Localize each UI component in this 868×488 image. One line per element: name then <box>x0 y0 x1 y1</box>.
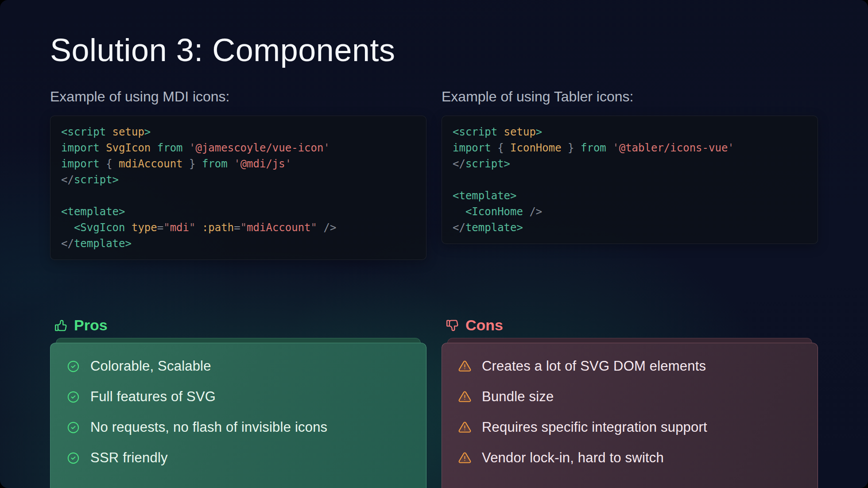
alert-triangle-icon <box>458 421 472 434</box>
pros-section: Pros Colorable, Scalable Full features o… <box>50 317 426 488</box>
slide: Solution 3: Components Example of using … <box>0 0 868 488</box>
alert-triangle-icon <box>458 390 472 404</box>
cons-card-stack: Creates a lot of SVG DOM elements Bundle… <box>442 343 818 488</box>
code-examples-row: Example of using MDI icons: <script setu… <box>50 89 818 260</box>
alert-triangle-icon <box>458 451 472 465</box>
thumb-down-icon <box>445 318 460 333</box>
cons-item-text: Requires specific integration support <box>482 419 707 435</box>
cons-item-text: Creates a lot of SVG DOM elements <box>482 358 706 374</box>
pros-item-text: SSR friendly <box>90 450 168 466</box>
cons-card: Creates a lot of SVG DOM elements Bundle… <box>442 343 818 488</box>
tabler-section-label: Example of using Tabler icons: <box>442 89 818 105</box>
slide-content: Solution 3: Components Example of using … <box>0 0 868 488</box>
pros-list-item: No requests, no flash of invisible icons <box>66 418 410 437</box>
cons-list-item: Bundle size <box>458 387 802 407</box>
circle-check-icon <box>66 390 80 404</box>
cons-item-text: Bundle size <box>482 389 554 405</box>
cons-list-item: Requires specific integration support <box>458 418 802 437</box>
cons-item-text: Vendor lock-in, hard to switch <box>482 450 664 466</box>
circle-check-icon <box>66 451 80 465</box>
pros-item-text: Full features of SVG <box>90 389 216 405</box>
pros-card-stack: Colorable, Scalable Full features of SVG… <box>50 343 426 488</box>
pros-item-text: No requests, no flash of invisible icons <box>90 419 327 435</box>
circle-check-icon <box>66 421 80 434</box>
cons-heading: Cons <box>442 317 818 334</box>
pros-heading: Pros <box>50 317 426 334</box>
mdi-code-block: <script setup>import SvgIcon from '@jame… <box>50 116 426 260</box>
alert-triangle-icon <box>458 360 472 373</box>
mdi-example-section: Example of using MDI icons: <script setu… <box>50 89 426 260</box>
thumb-up-icon <box>54 318 69 333</box>
cons-section: Cons Creates a lot of SVG DOM elements B… <box>442 317 818 488</box>
cons-list-item: Creates a lot of SVG DOM elements <box>458 356 802 376</box>
pros-heading-text: Pros <box>74 317 108 334</box>
tabler-example-section: Example of using Tabler icons: <script s… <box>442 89 818 244</box>
pros-cons-row: Pros Colorable, Scalable Full features o… <box>50 317 818 488</box>
pros-list-item: Colorable, Scalable <box>66 356 410 376</box>
cons-list-item: Vendor lock-in, hard to switch <box>458 448 802 468</box>
pros-list-item: Full features of SVG <box>66 387 410 407</box>
circle-check-icon <box>66 360 80 373</box>
page-title: Solution 3: Components <box>50 32 818 68</box>
mdi-section-label: Example of using MDI icons: <box>50 89 426 105</box>
cons-heading-text: Cons <box>465 317 503 334</box>
pros-list: Colorable, Scalable Full features of SVG… <box>66 356 410 468</box>
tabler-code-block: <script setup>import { IconHome } from '… <box>442 116 818 244</box>
cons-list: Creates a lot of SVG DOM elements Bundle… <box>458 356 802 468</box>
pros-card: Colorable, Scalable Full features of SVG… <box>50 343 426 488</box>
pros-item-text: Colorable, Scalable <box>90 358 211 374</box>
pros-list-item: SSR friendly <box>66 448 410 468</box>
